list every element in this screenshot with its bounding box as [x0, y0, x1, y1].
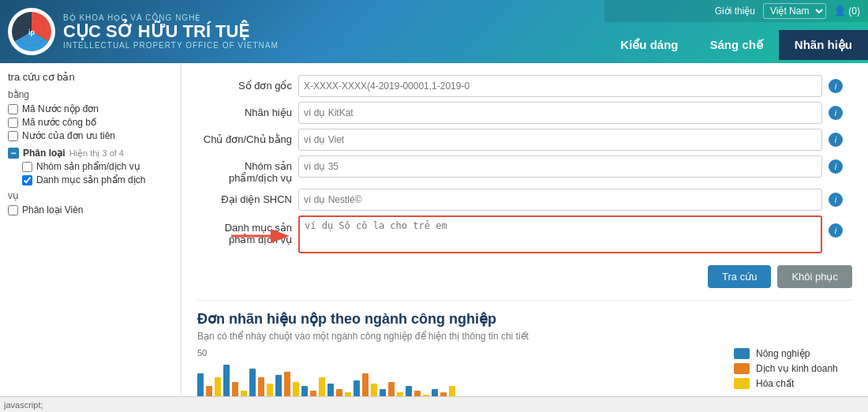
chart-y-label: 50 [197, 348, 718, 358]
checkbox-label-3: Nước của đơn ưu tiên [22, 130, 115, 141]
checkbox-phan-loai-vien-input[interactable] [8, 205, 18, 215]
checkbox-danh-muc-input[interactable] [22, 175, 32, 185]
red-arrow-icon [231, 224, 294, 248]
content-area: tra cứu cơ bản bằng Mã Nước nộp đơn Mã n… [0, 63, 868, 412]
country-select[interactable]: Việt Nam [763, 3, 826, 19]
org-name: CỤC SỞ HỮU TRÍ TUỆ [63, 22, 279, 41]
checkbox-ma-nuoc-nop-don[interactable]: Mã Nước nộp đơn [8, 103, 173, 114]
info-icon-5[interactable]: i [829, 193, 843, 207]
logo-inner: ip [12, 12, 51, 51]
logo-area: ip BỘ KHOA HỌC VÀ CÔNG NGHỆ CỤC SỞ HỮU T… [8, 8, 279, 55]
info-icon-4[interactable]: i [829, 159, 843, 174]
status-bar: javascript; [0, 396, 868, 412]
info-icon-3[interactable]: i [829, 133, 843, 147]
svg-text:ip: ip [28, 28, 36, 36]
checkbox-phan-loai-vien-label: Phân loại Viên [22, 204, 84, 215]
nav-kieu-dang[interactable]: Kiểu dáng [604, 30, 694, 60]
chart-subtitle: Bạn có thể nhày chuột vào một ngành công… [197, 331, 852, 342]
search-type-label: tra cứu cơ bản [8, 71, 173, 83]
checkbox-danh-muc[interactable]: Danh mục sản phẩm dịch [22, 174, 173, 185]
reset-button[interactable]: Khôi phục [777, 265, 852, 288]
main-content: Số đơn gốc i Nhãn hiệu i Chủ đơn/Chủ bằn… [181, 63, 868, 412]
status-text: javascript; [4, 400, 43, 410]
checkbox-nhom-label: Nhóm sản phẩm/dịch vụ [36, 161, 140, 172]
input-nhan-hieu[interactable] [298, 102, 822, 124]
input-chu-don[interactable] [298, 129, 822, 151]
label-so-don-goc: Số đơn gốc [197, 75, 292, 92]
minus-icon[interactable]: − [8, 148, 19, 159]
phan-loai-header: − Phân loại Hiện thị 3 of 4 [8, 148, 173, 159]
sidebar: tra cứu cơ bản bằng Mã Nước nộp đơn Mã n… [0, 63, 181, 412]
chart-title: Đơn nhãn hiệu nộp theo ngành công nghiệp [197, 310, 852, 328]
info-icon-6[interactable]: i [829, 223, 843, 238]
phan-loai-subtitle: Hiện thị 3 of 4 [69, 148, 124, 159]
label-nhom-san-pham: Nhóm sản phẩm/dịch vụ [197, 155, 292, 184]
info-icon-2[interactable]: i [829, 106, 843, 120]
tagline: INTELLECTUAL PROPERTY OFFICE OF VIETNAM [63, 41, 279, 50]
checkbox-danh-muc-label: Danh mục sản phẩm dịch [36, 174, 145, 185]
chart-legend: Nông nghiệp Dịch vụ kinh doanh Hóa chất [734, 348, 852, 389]
checkbox-label-2: Mã nước công bố [22, 117, 96, 128]
checkbox-label-1: Mã Nước nộp đơn [22, 103, 99, 114]
legend-color-business [734, 363, 750, 374]
legend-agriculture: Nông nghiệp [734, 348, 852, 359]
nav-nhan-hieu[interactable]: Nhãn hiệu [779, 30, 868, 60]
filter-label: bằng [8, 89, 173, 100]
logo-text: BỘ KHOA HỌC VÀ CÔNG NGHỆ CỤC SỞ HỮU TRÍ … [63, 13, 279, 50]
info-icon-1[interactable]: i [829, 79, 843, 93]
search-button[interactable]: Tra cứu [708, 265, 771, 288]
checkbox-group: Mã Nước nộp đơn Mã nước công bố Nước của… [8, 103, 173, 141]
checkbox-input-1[interactable] [8, 104, 18, 114]
phan-loai-group: − Phân loại Hiện thị 3 of 4 Nhóm sản phẩ… [8, 148, 173, 185]
label-nhan-hieu: Nhãn hiệu [197, 102, 292, 118]
vu-label: vụ [8, 190, 173, 201]
input-danh-muc[interactable] [298, 215, 822, 253]
phan-loai-label: Phân loại [23, 148, 65, 159]
intro-link[interactable]: Giới thiệu [715, 6, 755, 17]
label-chu-don: Chủ đơn/Chủ bằng [197, 129, 292, 145]
checkbox-input-2[interactable] [8, 118, 18, 128]
label-dai-dien: Đại diện SHCN [197, 189, 292, 205]
top-nav: Giới thiệu Việt Nam 👤 (0) [604, 0, 868, 22]
legend-chemicals: Hóa chất [734, 378, 852, 389]
search-form: Số đơn gốc i Nhãn hiệu i Chủ đơn/Chủ bằn… [197, 75, 852, 256]
user-badge[interactable]: 👤 (0) [834, 6, 860, 17]
legend-business: Dịch vụ kinh doanh [734, 363, 852, 374]
legend-label-chemicals: Hóa chất [756, 378, 794, 389]
header: ip BỘ KHOA HỌC VÀ CÔNG NGHỆ CỤC SỞ HỮU T… [0, 0, 868, 63]
checkbox-nuoc-uu-tien[interactable]: Nước của đơn ưu tiên [8, 130, 173, 141]
input-nhom-san-pham[interactable] [298, 155, 822, 178]
input-so-don-goc[interactable] [298, 75, 822, 97]
checkbox-nhom-san-pham[interactable]: Nhóm sản phẩm/dịch vụ [22, 161, 173, 172]
legend-color-chemicals [734, 378, 750, 389]
button-row: Tra cứu Khôi phục [197, 265, 852, 288]
checkbox-ma-nuoc-cong-bo[interactable]: Mã nước công bố [8, 117, 173, 128]
legend-label-business: Dịch vụ kinh doanh [756, 363, 838, 374]
legend-label-agriculture: Nông nghiệp [756, 348, 810, 359]
chart-section: Đơn nhãn hiệu nộp theo ngành công nghiệp… [197, 300, 852, 411]
nav-sang-che[interactable]: Sáng chế [694, 30, 778, 60]
legend-color-agriculture [734, 348, 750, 359]
checkbox-nhom-input[interactable] [22, 162, 32, 172]
header-nav: Giới thiệu Việt Nam 👤 (0) Kiểu dáng Sáng… [604, 0, 868, 60]
input-dai-dien[interactable] [298, 189, 822, 211]
danh-muc-input-container [298, 215, 822, 256]
main-nav: Kiểu dáng Sáng chế Nhãn hiệu [604, 30, 868, 60]
checkbox-phan-loai-vien[interactable]: Phân loại Viên [8, 204, 173, 215]
checkbox-input-3[interactable] [8, 131, 18, 141]
logo-circle: ip [8, 8, 55, 55]
